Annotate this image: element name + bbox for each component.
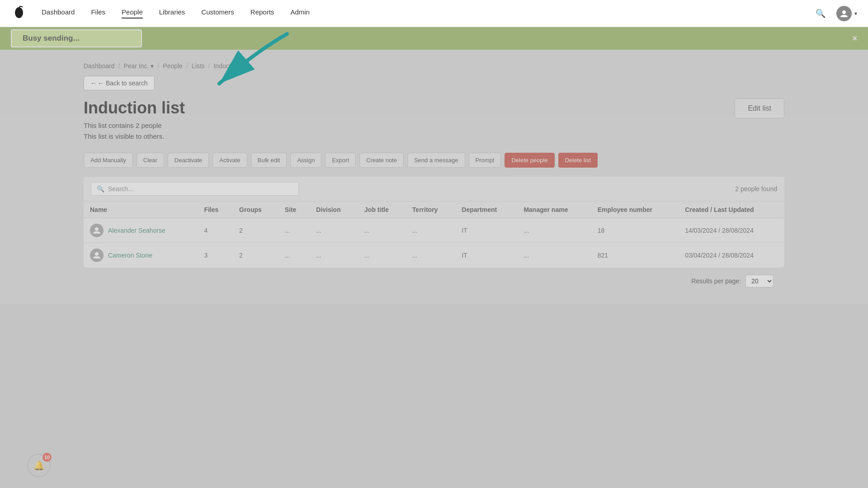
clear-button[interactable]: Clear	[137, 153, 164, 168]
table-container: 🔍 2 people found Name Files Groups Site …	[84, 177, 784, 267]
delete-people-button[interactable]: Delete people	[505, 153, 554, 168]
table-body: Alexander Seahorse 4 2 ... ... ... ... I…	[84, 218, 784, 268]
row2-site: ...	[278, 243, 310, 268]
col-created: Created / Last Updated	[679, 202, 784, 218]
col-job-title: Job title	[358, 202, 406, 218]
row2-created: 03/04/2024 / 28/08/2024	[679, 243, 784, 268]
row1-manager: ...	[517, 218, 591, 243]
row1-division: ...	[310, 218, 358, 243]
main-content: Dashboard / Pear Inc. ▾ / People / Lists…	[0, 50, 868, 304]
col-manager: Manager name	[517, 202, 591, 218]
breadcrumb-people[interactable]: People	[163, 62, 183, 70]
row2-name: Cameron Stone	[84, 243, 198, 268]
row1-territory: ...	[406, 218, 456, 243]
table-row: Alexander Seahorse 4 2 ... ... ... ... I…	[84, 218, 784, 243]
row1-groups: 2	[233, 218, 278, 243]
row1-created: 14/03/2024 / 28/08/2024	[679, 218, 784, 243]
col-site: Site	[278, 202, 310, 218]
page-header: Induction list This list contains 2 peop…	[84, 99, 784, 142]
nav-dashboard[interactable]: Dashboard	[42, 8, 75, 19]
notification-bell-icon: 🔔	[33, 460, 45, 471]
row2-territory: ...	[406, 243, 456, 268]
col-department: Department	[455, 202, 517, 218]
nav-reports[interactable]: Reports	[250, 8, 274, 19]
row1-files: 4	[198, 218, 233, 243]
activate-button[interactable]: Activate	[212, 153, 247, 168]
breadcrumb-lists[interactable]: Lists	[192, 62, 205, 70]
table-search-bar: 🔍 2 people found	[84, 177, 784, 202]
col-territory: Territory	[406, 202, 456, 218]
breadcrumb: Dashboard / Pear Inc. ▾ / People / Lists…	[84, 62, 784, 70]
person-name-1[interactable]: Alexander Seahorse	[108, 227, 165, 234]
row1-employee-number: 18	[591, 218, 679, 243]
svg-point-1	[842, 10, 846, 14]
nav-files[interactable]: Files	[91, 8, 105, 19]
avatar-1	[90, 224, 104, 237]
row1-job-title: ...	[358, 218, 406, 243]
results-per-page-label: Results per page:	[691, 277, 741, 285]
people-count: 2 people found	[735, 185, 777, 192]
page-title: Induction list	[84, 99, 185, 117]
chevron-down-icon: ▾	[151, 62, 154, 70]
bulk-edit-button[interactable]: Bulk edit	[251, 153, 287, 168]
row1-name: Alexander Seahorse	[84, 218, 198, 243]
breadcrumb-dashboard[interactable]: Dashboard	[84, 62, 115, 70]
assign-button[interactable]: Assign	[290, 153, 321, 168]
table-row: Cameron Stone 3 2 ... ... ... ... IT ...…	[84, 243, 784, 268]
send-message-button[interactable]: Send a message	[407, 153, 465, 168]
nav-admin[interactable]: Admin	[290, 8, 310, 19]
edit-list-button[interactable]: Edit list	[735, 99, 784, 118]
create-note-button[interactable]: Create note	[359, 153, 404, 168]
row2-files: 3	[198, 243, 233, 268]
row2-manager: ...	[517, 243, 591, 268]
add-manually-button[interactable]: Add Manually	[84, 153, 133, 168]
search-input[interactable]	[108, 185, 293, 192]
col-employee-number: Employee number	[591, 202, 679, 218]
page-title-section: Induction list This list contains 2 peop…	[84, 99, 185, 142]
col-groups: Groups	[233, 202, 278, 218]
avatar[interactable]	[836, 6, 852, 21]
prompt-button[interactable]: Prompt	[469, 153, 501, 168]
back-to-search-button[interactable]: ← ← Back to search	[84, 76, 155, 90]
app-logo[interactable]	[11, 5, 27, 22]
people-table: Name Files Groups Site Division Job titl…	[84, 202, 784, 267]
svg-point-0	[15, 7, 23, 18]
search-icon[interactable]: 🔍	[816, 9, 826, 19]
nav-links: Dashboard Files People Libraries Custome…	[42, 8, 816, 19]
chevron-down-icon: ▾	[854, 10, 857, 17]
breadcrumb-sep-2: /	[157, 62, 159, 70]
person-name-2[interactable]: Cameron Stone	[108, 252, 152, 259]
svg-point-4	[95, 252, 99, 256]
deactivate-button[interactable]: Deactivate	[168, 153, 209, 168]
row1-department: IT	[455, 218, 517, 243]
notification-text: Busy sending...	[23, 34, 80, 42]
results-per-page-select[interactable]: 20 50 100	[745, 275, 774, 287]
nav-customers[interactable]: Customers	[201, 8, 234, 19]
navbar: Dashboard Files People Libraries Custome…	[0, 0, 868, 27]
busy-sending-box: Busy sending...	[11, 29, 142, 47]
back-arrow-icon: ←	[90, 80, 97, 87]
close-notification-icon[interactable]: ×	[852, 34, 857, 43]
nav-people[interactable]: People	[122, 8, 143, 19]
pagination-bar: Results per page: 20 50 100	[84, 267, 784, 295]
delete-list-button[interactable]: Delete list	[558, 153, 598, 168]
user-menu[interactable]: ▾	[836, 6, 857, 21]
back-button-label: ← Back to search	[98, 80, 148, 87]
search-input-wrapper: 🔍	[91, 182, 299, 196]
export-button[interactable]: Export	[325, 153, 356, 168]
col-name: Name	[84, 202, 198, 218]
breadcrumb-current: Induction list	[213, 62, 249, 70]
svg-point-3	[95, 227, 99, 231]
notification-widget[interactable]: 10 🔔	[27, 454, 51, 477]
row2-groups: 2	[233, 243, 278, 268]
breadcrumb-sep-4: /	[208, 62, 210, 70]
row2-department: IT	[455, 243, 517, 268]
nav-libraries[interactable]: Libraries	[159, 8, 185, 19]
action-toolbar: Add Manually Clear Deactivate Activate B…	[84, 153, 784, 168]
notification-badge: 10	[42, 453, 52, 462]
row2-division: ...	[310, 243, 358, 268]
breadcrumb-pear-inc[interactable]: Pear Inc. ▾	[123, 62, 154, 70]
table-header: Name Files Groups Site Division Job titl…	[84, 202, 784, 218]
person-cell-2: Cameron Stone	[90, 249, 191, 262]
breadcrumb-sep-3: /	[186, 62, 188, 70]
